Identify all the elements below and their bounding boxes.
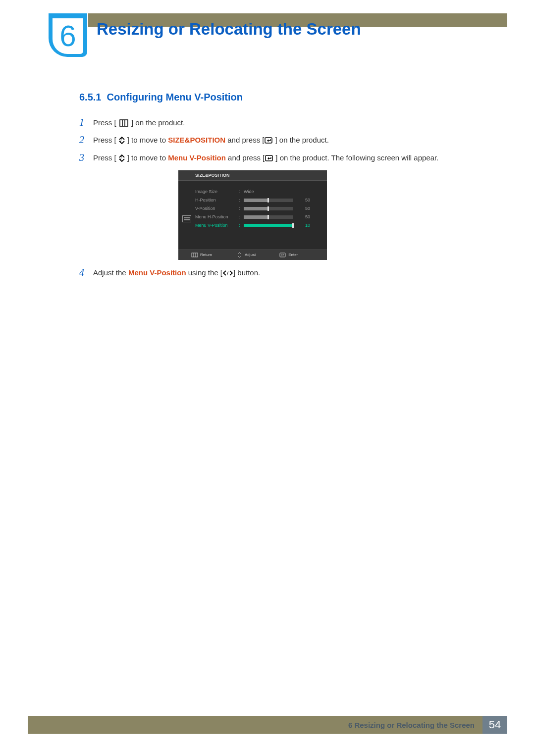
up-down-icon: / [116, 154, 127, 162]
content-area: 6.5.1 Configuring Menu V-Position 1 Pres… [79, 92, 485, 284]
osd-row-label: Menu H-Position [195, 214, 239, 219]
chapter-badge: 6 [49, 13, 87, 57]
osd-screenshot: SIZE&POSITION Image Size:WideH-Position:… [178, 170, 327, 260]
osd-row-value: 50 [293, 206, 310, 211]
osd-row-label: H-Position [195, 198, 239, 202]
left-right-icon: / [222, 269, 233, 277]
enter-icon [279, 252, 286, 257]
section-number: 6.5.1 [79, 92, 101, 102]
chapter-number: 6 [59, 21, 76, 51]
step-3: 3 Press [/] to move to Menu V-Position a… [79, 152, 485, 163]
step-text: Press [ ] on the product. [93, 117, 485, 128]
highlight-menu-v-position: Menu V-Position [128, 268, 186, 277]
osd-body: Image Size:WideH-Position:50V-Position:5… [178, 181, 327, 250]
osd-row-value: Wide [244, 189, 254, 194]
step-text: Press [/] to move to Menu V-Position and… [93, 152, 485, 163]
footer-text: 6 Resizing or Relocating the Screen [348, 721, 475, 729]
osd-row-label: Menu V-Position [195, 223, 239, 228]
step-text: Press [/] to move to SIZE&POSITION and p… [93, 134, 485, 146]
size-position-icon [182, 215, 191, 222]
section-title: Configuring Menu V-Position [107, 92, 243, 102]
svg-text:/: / [120, 155, 122, 161]
step-4: 4 Adjust the Menu V-Position using the [… [79, 267, 485, 278]
page-number: 54 [482, 716, 507, 734]
osd-slider [244, 207, 293, 210]
svg-text:/: / [227, 270, 229, 276]
osd-footer-adjust: Adjust [236, 252, 256, 257]
osd-row-value: 10 [293, 223, 310, 228]
svg-rect-8 [192, 253, 198, 257]
osd-slider [244, 224, 293, 227]
chapter-badge-inner: 6 [53, 18, 83, 54]
enter-icon [264, 137, 275, 144]
step-number: 2 [79, 134, 93, 146]
osd-footer-return: Return [191, 252, 212, 257]
highlight-menu-v-position: Menu V-Position [168, 153, 226, 162]
svg-text:/: / [120, 138, 122, 143]
osd-row-label: V-Position [195, 206, 239, 211]
step-1: 1 Press [ ] on the product. [79, 117, 485, 128]
step-number: 1 [79, 117, 93, 128]
osd-sidebar [178, 188, 195, 230]
osd-footer-enter: Enter [279, 252, 298, 257]
enter-icon [265, 154, 275, 162]
highlight-size-position: SIZE&POSITION [168, 136, 225, 144]
osd-row: Image Size:Wide [195, 188, 322, 196]
menu-icon [118, 119, 129, 127]
footer-bar: 6 Resizing or Relocating the Screen [28, 716, 482, 734]
osd-slider [244, 215, 293, 219]
osd-row: Menu V-Position:10 [195, 221, 322, 230]
return-icon [191, 252, 198, 257]
up-down-icon: / [116, 137, 127, 144]
chapter-title: Resizing or Relocating the Screen [97, 20, 361, 39]
osd-row: V-Position:50 [195, 204, 322, 213]
step-number: 3 [79, 152, 93, 163]
osd-footer: Return Adjust Enter [178, 250, 327, 260]
osd-row: Menu H-Position:50 [195, 213, 322, 221]
step-text: Adjust the Menu V-Position using the [/]… [93, 267, 485, 278]
adjust-icon [236, 252, 243, 257]
step-2: 2 Press [/] to move to SIZE&POSITION and… [79, 134, 485, 146]
svg-rect-0 [120, 120, 128, 126]
osd-row-label: Image Size [195, 189, 239, 194]
step-number: 4 [79, 267, 93, 278]
section-heading: 6.5.1 Configuring Menu V-Position [79, 92, 485, 103]
osd-slider [244, 199, 293, 202]
osd-title: SIZE&POSITION [178, 170, 327, 181]
osd-row-value: 50 [293, 214, 310, 219]
osd-rows: Image Size:WideH-Position:50V-Position:5… [195, 188, 327, 230]
osd-row: H-Position:50 [195, 196, 322, 204]
osd-row-value: 50 [293, 198, 310, 202]
